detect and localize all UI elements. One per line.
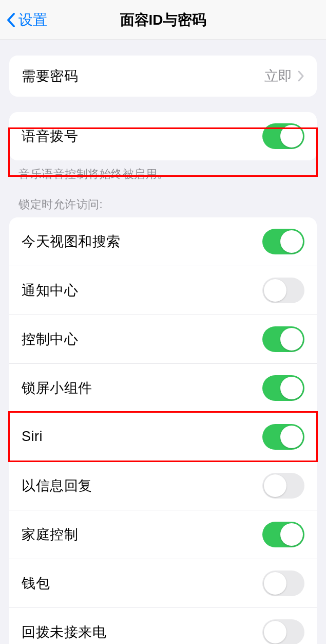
toggle-knob bbox=[280, 328, 303, 351]
toggle-knob bbox=[280, 377, 303, 399]
lock-access-item-label: 通知中心 bbox=[22, 281, 78, 300]
toggle-knob bbox=[264, 572, 286, 595]
lock-access-item-label: 控制中心 bbox=[22, 330, 78, 348]
voice-dial-row: 语音拨号 bbox=[9, 112, 317, 160]
lock-access-item-label: 锁屏小组件 bbox=[22, 379, 92, 397]
lock-access-header: 锁定时允许访问: bbox=[18, 197, 308, 212]
require-passcode-label: 需要密码 bbox=[22, 67, 78, 85]
lock-access-toggle[interactable] bbox=[262, 424, 304, 450]
back-label: 设置 bbox=[18, 10, 47, 30]
lock-access-item-label: 今天视图和搜索 bbox=[22, 232, 121, 251]
lock-access-toggle[interactable] bbox=[262, 473, 304, 499]
lock-access-toggle[interactable] bbox=[262, 571, 304, 596]
lock-access-row: 家庭控制 bbox=[9, 510, 317, 559]
lock-access-item-label: 回拨未接来电 bbox=[22, 623, 106, 641]
voice-dial-footer: 音乐语音控制将始终被启用。 bbox=[18, 167, 308, 182]
lock-access-row: 通知中心 bbox=[9, 266, 317, 315]
lock-access-toggle[interactable] bbox=[262, 229, 304, 254]
toggle-knob bbox=[264, 279, 286, 302]
lock-access-toggle[interactable] bbox=[262, 278, 304, 303]
lock-access-item-label: 家庭控制 bbox=[22, 525, 78, 544]
lock-access-item-label: 以信息回复 bbox=[22, 476, 92, 495]
nav-bar: 设置 面容ID与密码 bbox=[0, 0, 326, 40]
lock-access-item-label: Siri bbox=[22, 429, 43, 445]
page-title: 面容ID与密码 bbox=[0, 10, 326, 30]
lock-access-row: 钱包 bbox=[9, 559, 317, 608]
lock-access-row: 今天视图和搜索 bbox=[9, 217, 317, 266]
lock-access-row: Siri bbox=[9, 412, 317, 461]
lock-access-group: 今天视图和搜索通知中心控制中心锁屏小组件Siri以信息回复家庭控制钱包回拨未接来… bbox=[9, 217, 317, 644]
voice-dial-toggle[interactable] bbox=[262, 123, 304, 149]
toggle-knob bbox=[264, 474, 286, 497]
passcode-group: 需要密码 立即 bbox=[9, 56, 317, 97]
toggle-knob bbox=[280, 125, 303, 148]
chevron-left-icon bbox=[6, 12, 15, 28]
chevron-right-icon bbox=[297, 70, 304, 82]
toggle-knob bbox=[280, 426, 303, 448]
lock-access-item-label: 钱包 bbox=[22, 574, 50, 593]
require-passcode-value: 立即 bbox=[264, 67, 292, 85]
lock-access-toggle[interactable] bbox=[262, 522, 304, 547]
lock-access-toggle[interactable] bbox=[262, 375, 304, 401]
lock-access-row: 锁屏小组件 bbox=[9, 363, 317, 412]
lock-access-row: 控制中心 bbox=[9, 315, 317, 363]
toggle-knob bbox=[264, 621, 286, 643]
lock-access-row: 以信息回复 bbox=[9, 461, 317, 510]
lock-access-toggle[interactable] bbox=[262, 619, 304, 644]
require-passcode-row[interactable]: 需要密码 立即 bbox=[9, 56, 317, 97]
lock-access-row: 回拨未接来电 bbox=[9, 608, 317, 644]
toggle-knob bbox=[280, 230, 303, 253]
voice-dial-group: 语音拨号 bbox=[9, 112, 317, 160]
lock-access-toggle[interactable] bbox=[262, 326, 304, 352]
voice-dial-label: 语音拨号 bbox=[22, 127, 78, 145]
toggle-knob bbox=[280, 523, 303, 546]
back-button[interactable]: 设置 bbox=[0, 10, 47, 30]
